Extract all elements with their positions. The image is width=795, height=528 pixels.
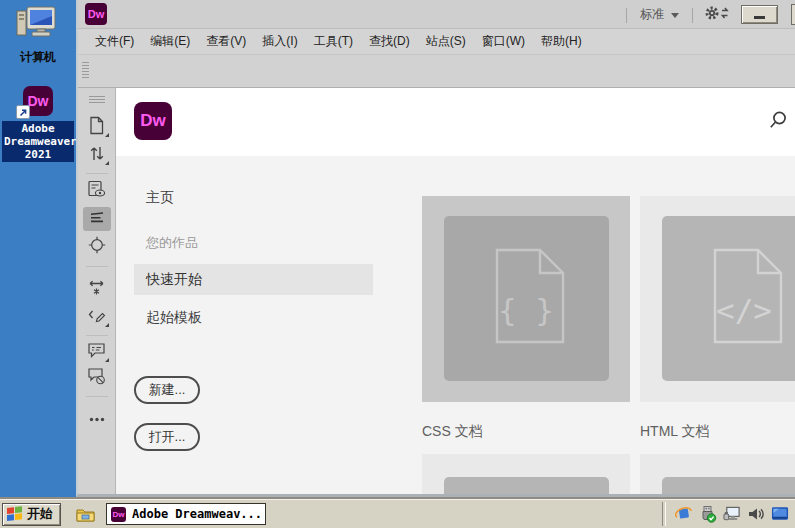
workspace-switcher[interactable]: 标准 bbox=[638, 4, 681, 25]
card-css-document[interactable]: { } bbox=[422, 196, 630, 402]
toolbar-grip[interactable] bbox=[89, 96, 105, 105]
menubar: 文件(F) 编辑(E) 查看(V) 插入(I) 工具(T) 查找(D) 站点(S… bbox=[78, 29, 795, 54]
dw-welcome-logo: Dw bbox=[134, 102, 172, 140]
shortcut-arrow-badge bbox=[16, 105, 30, 119]
menu-file[interactable]: 文件(F) bbox=[88, 33, 141, 50]
card-row: { } </> bbox=[422, 196, 795, 402]
new-button[interactable]: 新建... bbox=[134, 376, 200, 404]
welcome-screen: Dw 主页 您的作品 快速开始 起始模板 新建... 打开... bbox=[116, 88, 795, 494]
menu-edit[interactable]: 编辑(E) bbox=[143, 33, 197, 50]
welcome-header: Dw bbox=[116, 88, 795, 156]
toolbar-divider bbox=[86, 335, 108, 336]
file-updown-button[interactable] bbox=[83, 143, 111, 167]
usb-safe-remove-icon[interactable] bbox=[699, 505, 717, 523]
code-edit-icon bbox=[87, 307, 106, 328]
start-label: 开始 bbox=[27, 505, 53, 523]
nav-home[interactable]: 主页 bbox=[146, 189, 174, 207]
minimize-button[interactable] bbox=[741, 5, 778, 24]
code-edit-button[interactable] bbox=[83, 305, 111, 329]
maximize-button[interactable] bbox=[791, 4, 795, 25]
search-icon bbox=[768, 110, 788, 134]
card-html-document[interactable]: </> bbox=[640, 196, 795, 402]
desktop-icon-dreamweaver-label: Adobe Dreamweaver 2021 bbox=[2, 121, 74, 162]
live-source-icon bbox=[87, 180, 106, 202]
dw-task-icon: Dw bbox=[111, 507, 126, 522]
titlebar-separator bbox=[626, 8, 627, 23]
comment-disabled-icon bbox=[87, 367, 106, 389]
quick-start-cards: { } </> bbox=[422, 196, 795, 494]
menu-tools[interactable]: 工具(T) bbox=[307, 33, 360, 50]
nav-your-work[interactable]: 您的作品 bbox=[146, 234, 198, 252]
display-icon[interactable] bbox=[771, 505, 789, 523]
menu-view[interactable]: 查看(V) bbox=[199, 33, 253, 50]
card-partial[interactable] bbox=[422, 454, 630, 494]
titlebar[interactable]: Dw 标准 bbox=[78, 0, 795, 29]
toolbar-divider bbox=[86, 266, 108, 267]
toolbar-grip[interactable] bbox=[82, 62, 89, 80]
quick-launch-folder-icon[interactable] bbox=[76, 507, 95, 522]
format-lines-button[interactable] bbox=[83, 207, 111, 231]
welcome-body: 主页 您的作品 快速开始 起始模板 新建... 打开... bbox=[116, 156, 795, 494]
new-document-icon bbox=[88, 116, 105, 139]
gear-sync-icon[interactable] bbox=[704, 5, 730, 25]
card-partial[interactable] bbox=[640, 454, 795, 494]
update-icon[interactable] bbox=[675, 505, 693, 523]
taskbar: 开始 Dw Adobe Dreamweav... bbox=[0, 499, 795, 528]
computer-icon bbox=[15, 29, 61, 46]
minimize-icon bbox=[754, 16, 765, 19]
card-row-partial bbox=[422, 454, 795, 494]
more-ellipsis-icon bbox=[89, 408, 105, 426]
css-glyph: { } bbox=[444, 292, 609, 328]
card-css-label: CSS 文档 bbox=[422, 423, 630, 441]
system-tray bbox=[655, 502, 795, 526]
resize-constrain-icon bbox=[88, 279, 105, 300]
nav-starter-templates[interactable]: 起始模板 bbox=[146, 309, 202, 327]
new-document-button[interactable] bbox=[83, 115, 111, 139]
card-html-label: HTML 文档 bbox=[640, 423, 795, 441]
workspace-label: 标准 bbox=[640, 6, 664, 23]
desktop-icon-dreamweaver[interactable]: Dw Adobe Dreamweaver 2021 bbox=[2, 86, 74, 162]
menu-site[interactable]: 站点(S) bbox=[419, 33, 473, 50]
card-labels: CSS 文档 HTML 文档 bbox=[422, 423, 795, 441]
dw-app-icon: Dw bbox=[85, 3, 107, 25]
dreamweaver-window: Dw 标准 bbox=[76, 0, 795, 497]
live-source-button[interactable] bbox=[83, 179, 111, 203]
toolbar-divider bbox=[86, 173, 108, 174]
html-glyph: </> bbox=[662, 292, 795, 328]
start-flag-icon bbox=[6, 505, 24, 524]
menu-insert[interactable]: 插入(I) bbox=[255, 33, 304, 50]
open-button[interactable]: 打开... bbox=[134, 423, 200, 451]
network-icon[interactable] bbox=[723, 505, 741, 523]
comment-disabled-button[interactable] bbox=[83, 366, 111, 390]
toolbar-divider bbox=[86, 396, 108, 397]
resize-constrain-button[interactable] bbox=[83, 277, 111, 301]
comment-button[interactable] bbox=[83, 340, 111, 364]
menu-find[interactable]: 查找(D) bbox=[362, 33, 417, 50]
comment-icon bbox=[87, 342, 106, 363]
taskbar-button-dreamweaver[interactable]: Dw Adobe Dreamweav... bbox=[106, 503, 266, 525]
titlebar-separator bbox=[692, 8, 693, 23]
file-updown-icon bbox=[89, 145, 105, 166]
menu-help[interactable]: 帮助(H) bbox=[534, 33, 589, 50]
target-icon bbox=[88, 236, 106, 258]
menu-window[interactable]: 窗口(W) bbox=[475, 33, 532, 50]
start-button[interactable]: 开始 bbox=[2, 503, 61, 526]
volume-icon[interactable] bbox=[747, 505, 765, 523]
css-document-icon: { } bbox=[444, 216, 609, 381]
format-lines-icon bbox=[89, 210, 105, 228]
screen: 计算机 Dw Adobe Dreamweaver 2021 Dw bbox=[0, 0, 795, 528]
nav-quick-start[interactable]: 快速开始 bbox=[134, 264, 373, 295]
chevron-down-icon bbox=[671, 13, 679, 18]
dw-logo-text: Dw bbox=[28, 93, 49, 109]
more-options-button[interactable] bbox=[83, 405, 111, 429]
dw-shortcut-icon: Dw bbox=[23, 86, 53, 116]
desktop-icon-computer[interactable]: 计算机 bbox=[6, 5, 70, 66]
tray-separator bbox=[662, 502, 666, 526]
html-document-icon: </> bbox=[662, 216, 795, 381]
search-button[interactable] bbox=[767, 111, 789, 133]
side-toolbar bbox=[78, 88, 116, 494]
document-toolbar bbox=[78, 54, 795, 88]
desktop-icon-computer-label: 计算机 bbox=[6, 49, 70, 66]
taskbar-button-label: Adobe Dreamweav... bbox=[132, 507, 262, 521]
target-button[interactable] bbox=[83, 235, 111, 259]
